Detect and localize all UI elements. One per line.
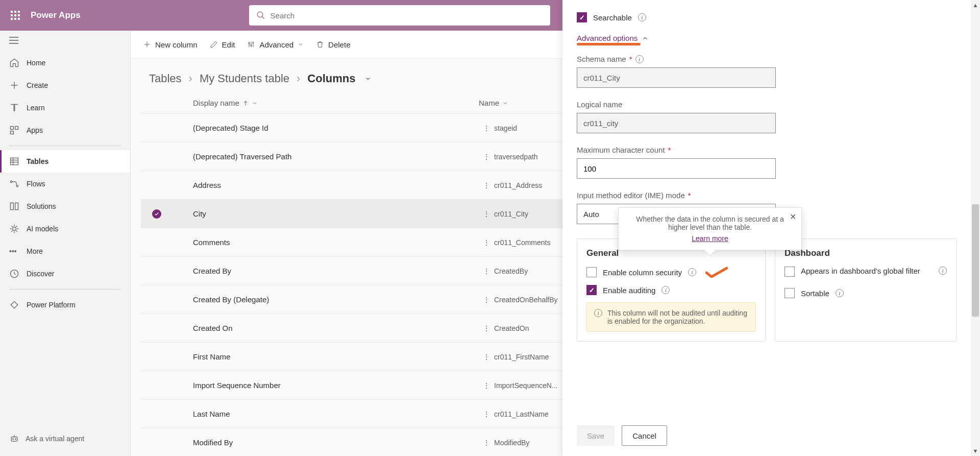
row-more-icon[interactable]: ⋮: [479, 153, 494, 161]
row-more-icon[interactable]: ⋮: [479, 210, 494, 218]
chevron-down-icon[interactable]: [502, 100, 508, 106]
row-more-icon[interactable]: ⋮: [479, 181, 494, 189]
app-launcher-icon[interactable]: [5, 11, 26, 20]
nav-tables[interactable]: Tables: [0, 150, 130, 173]
row-name: cr011_Comments: [494, 238, 551, 247]
row-display-name: (Deprecated) Stage Id: [193, 124, 479, 132]
breadcrumb-entity[interactable]: My Students table: [200, 72, 289, 85]
sortable-checkbox[interactable]: [785, 288, 795, 298]
nav-home[interactable]: Home: [0, 52, 130, 74]
delete-button[interactable]: Delete: [316, 40, 350, 49]
edit-button[interactable]: Edit: [210, 40, 235, 49]
appears-in-filter-label: Appears in dashboard's global filter: [801, 267, 933, 275]
svg-rect-7: [14, 18, 16, 20]
close-icon[interactable]: ✕: [790, 212, 796, 222]
nav-aimodels[interactable]: AI models: [0, 218, 130, 240]
nav-power-platform[interactable]: Power Platform: [0, 294, 130, 316]
nav-collapse-button[interactable]: [0, 31, 130, 52]
row-display-name: Created By: [193, 267, 479, 275]
row-more-icon[interactable]: ⋮: [479, 124, 494, 132]
max-chars-label: Maximum character count: [577, 146, 665, 154]
info-icon[interactable]: [662, 286, 670, 294]
advanced-button[interactable]: Advanced: [247, 40, 304, 49]
info-icon[interactable]: [836, 289, 844, 297]
nav-apps[interactable]: Apps: [0, 119, 130, 141]
nav-solutions[interactable]: Solutions: [0, 195, 130, 218]
row-display-name: City: [193, 209, 479, 218]
searchable-checkbox[interactable]: [577, 12, 587, 22]
svg-rect-26: [15, 203, 18, 209]
new-column-button[interactable]: New column: [143, 40, 198, 49]
nav-discover[interactable]: Discover: [0, 262, 130, 285]
enable-auditing-checkbox[interactable]: [586, 285, 597, 295]
header-display-name[interactable]: Display name: [193, 99, 239, 107]
svg-rect-17: [15, 127, 18, 130]
row-display-name: Import Sequence Number: [193, 381, 479, 390]
nav-flows[interactable]: Flows: [0, 173, 130, 195]
ask-virtual-agent-label: Ask a virtual agent: [26, 435, 84, 443]
info-icon: [594, 309, 602, 317]
svg-point-24: [16, 185, 18, 187]
scrollbar-thumb[interactable]: [972, 204, 979, 317]
svg-rect-18: [11, 131, 14, 134]
ask-virtual-agent[interactable]: Ask a virtual agent: [0, 427, 130, 450]
row-more-icon[interactable]: ⋮: [479, 439, 494, 447]
row-display-name: (Deprecated) Traversed Path: [193, 152, 479, 161]
row-more-icon[interactable]: ⋮: [479, 324, 494, 332]
row-more-icon[interactable]: ⋮: [479, 410, 494, 418]
svg-rect-6: [11, 18, 13, 20]
row-more-icon[interactable]: ⋮: [479, 238, 494, 247]
vertical-scrollbar[interactable]: ▲ ▼: [971, 0, 980, 456]
chevron-down-icon[interactable]: [364, 75, 372, 82]
breadcrumb-tables[interactable]: Tables: [149, 72, 182, 85]
row-more-icon[interactable]: ⋮: [479, 353, 494, 361]
save-button[interactable]: Save: [577, 425, 615, 446]
advanced-options-toggle[interactable]: Advanced options: [577, 34, 957, 42]
left-nav: Home Create Learn Apps Tables Flows Solu…: [0, 31, 131, 456]
edit-column-panel: Searchable Advanced options Schema name …: [562, 0, 971, 456]
info-icon[interactable]: [688, 268, 696, 276]
enable-column-security-checkbox[interactable]: [586, 267, 597, 277]
svg-point-31: [15, 439, 16, 440]
svg-point-39: [251, 45, 252, 46]
search-input[interactable]: [271, 11, 543, 20]
ime-mode-value: Auto: [583, 210, 599, 219]
row-more-icon[interactable]: ⋮: [479, 296, 494, 304]
row-name: cr011_Address: [494, 181, 542, 189]
info-icon[interactable]: [638, 13, 646, 21]
row-name: ModifiedBy: [494, 439, 529, 447]
nav-learn[interactable]: Learn: [0, 97, 130, 119]
header-name[interactable]: Name: [479, 99, 499, 107]
chevron-down-icon[interactable]: [252, 100, 258, 106]
svg-rect-1: [14, 11, 16, 13]
learn-more-link[interactable]: Learn more: [628, 234, 792, 243]
schema-name-label: Schema name: [577, 55, 626, 63]
nav-create[interactable]: Create: [0, 74, 130, 97]
search-box[interactable]: [249, 5, 550, 26]
nav-learn-label: Learn: [27, 104, 45, 112]
scroll-down-icon[interactable]: ▼: [971, 446, 980, 456]
searchable-label: Searchable: [593, 13, 632, 22]
svg-point-27: [13, 227, 16, 231]
cancel-button[interactable]: Cancel: [622, 425, 667, 446]
chevron-right-icon: ›: [297, 72, 300, 85]
max-chars-input[interactable]: [577, 158, 776, 179]
nav-solutions-label: Solutions: [27, 202, 56, 210]
nav-divider: [9, 146, 121, 146]
row-select[interactable]: [149, 209, 164, 219]
breadcrumb-columns[interactable]: Columns: [307, 72, 355, 85]
enable-column-security-label: Enable column security: [603, 268, 682, 277]
nav-more[interactable]: ••• More: [0, 240, 130, 262]
info-icon[interactable]: [635, 55, 644, 63]
schema-name-input: [577, 67, 776, 88]
row-more-icon[interactable]: ⋮: [479, 267, 494, 275]
row-display-name: First Name: [193, 352, 479, 361]
svg-rect-25: [11, 203, 14, 209]
svg-point-30: [13, 439, 14, 440]
info-icon[interactable]: [939, 267, 947, 275]
scroll-up-icon[interactable]: ▲: [971, 0, 980, 10]
sortable-label: Sortable: [801, 289, 829, 298]
appears-in-filter-checkbox[interactable]: [785, 267, 795, 277]
row-more-icon[interactable]: ⋮: [479, 381, 494, 390]
svg-rect-4: [14, 14, 16, 16]
